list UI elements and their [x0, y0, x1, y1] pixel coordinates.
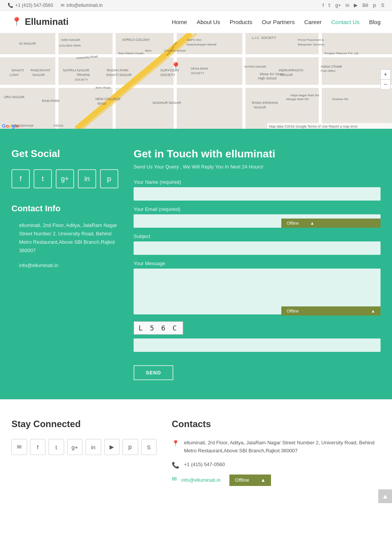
contact-form: Your Name (required) Your Email (require…	[134, 179, 381, 380]
svg-text:HARI NAGAR: HARI NAGAR	[61, 38, 80, 42]
footer-twitter-btn[interactable]: t	[48, 439, 64, 455]
svg-text:NATRAJ NAGAR: NATRAJ NAGAR	[63, 68, 89, 72]
twitter-top-link[interactable]: 𝕥	[328, 2, 331, 8]
svg-rect-20	[55, 33, 58, 129]
phone-footer-icon: 📞	[172, 462, 179, 469]
email-label: Your Email (required)	[134, 206, 381, 212]
subject-group: Subject	[134, 233, 381, 255]
message-group: Your Message Offline ▲	[134, 261, 381, 316]
pinterest-btn[interactable]: 𝕡	[100, 169, 118, 188]
twitter-btn[interactable]: t	[34, 169, 52, 188]
green-section: Get Social f t g+ in 𝕡 Contact Info ellu…	[0, 129, 392, 399]
nav-blog[interactable]: Blog	[369, 19, 381, 25]
captcha-display: L 5 6 C	[134, 321, 183, 335]
svg-text:Astron Chowk: Astron Chowk	[321, 65, 342, 68]
googleplus-btn[interactable]: g+	[56, 169, 74, 188]
svg-text:URU NAGAR: URU NAGAR	[4, 95, 25, 99]
captcha-group: L 5 6 C	[134, 321, 381, 360]
svg-rect-12	[0, 87, 46, 129]
stay-connected-title: Stay Connected	[11, 419, 156, 429]
message-input-wrapper: Offline ▲	[134, 269, 381, 316]
svg-text:NAGAR: NAGAR	[281, 73, 293, 77]
subject-input[interactable]	[134, 241, 381, 255]
svg-rect-24	[319, 33, 322, 129]
nav-partners[interactable]: Our Partners	[262, 19, 295, 25]
svg-text:Vidya Nagar Main Rd: Vidya Nagar Main Rd	[290, 94, 319, 97]
footer-pinterest-btn[interactable]: 𝕡	[123, 439, 138, 455]
message-label: Your Message	[134, 261, 381, 266]
svg-text:WADI: WADI	[97, 102, 106, 105]
envelope-icon: ✉	[61, 3, 65, 8]
footer-facebook-btn[interactable]: f	[30, 439, 46, 455]
svg-text:Swaminarayan Mandir: Swaminarayan Mandir	[186, 43, 217, 46]
send-button[interactable]: SEND	[134, 365, 173, 380]
logo[interactable]: 📍 Elluminati	[11, 16, 69, 27]
svg-text:DENA BANK: DENA BANK	[191, 67, 208, 70]
linkedin-top-link[interactable]: in	[345, 2, 349, 8]
chevron-up-icon-footer: ▲	[261, 476, 266, 484]
footer-address-item: 📍 elluminati, 2rd Floor, Aditya, JalaRam…	[172, 439, 381, 455]
facebook-btn[interactable]: f	[11, 169, 30, 188]
top-bar: 📞 +1 (415) 547-0560 ✉ info@elluminati.in…	[0, 0, 392, 11]
phone-info: 📞 +1 (415) 547-0560	[8, 3, 53, 8]
footer-phone-text: +1 (415) 547-0560	[184, 461, 225, 469]
top-email: info@elluminati.in	[66, 3, 103, 8]
nav-products[interactable]: Products	[230, 19, 252, 25]
svg-text:NUTAN NAGAR: NUTAN NAGAR	[244, 65, 266, 68]
offline-widget-footer[interactable]: Offline ▲	[229, 475, 271, 486]
behance-top-link[interactable]: Bē	[362, 2, 368, 8]
svg-text:SOCIETY: SOCIETY	[75, 78, 89, 81]
facebook-top-link[interactable]: f	[323, 2, 324, 8]
footer-social-icons: ✉ f t g+ in ▶ 𝕡 S	[11, 439, 156, 455]
footer-linkedin-btn[interactable]: in	[85, 439, 101, 455]
svg-text:Amin Road: Amin Road	[95, 86, 111, 89]
map-section: 📍 GI NAGAR HARI NAGAR GOLDEN PARK AFRICA…	[0, 33, 392, 129]
svg-text:PANCHAYAT: PANCHAYAT	[31, 68, 51, 72]
skype-top-link[interactable]: S	[381, 2, 384, 8]
svg-text:RAMA KRISHAN: RAMA KRISHAN	[252, 101, 278, 105]
svg-text:Manpower Services: Manpower Services	[298, 43, 324, 46]
logo-icon: 📍	[11, 17, 22, 27]
svg-text:INDRAPRASTH: INDRAPRASTH	[279, 68, 303, 72]
social-icons-row: f t g+ in 𝕡	[11, 169, 118, 188]
footer-googleplus-btn[interactable]: g+	[67, 439, 83, 455]
footer: Stay Connected ✉ f t g+ in ▶ 𝕡 S Contact…	[0, 399, 392, 503]
svg-text:Poojara Telecom Pvt. Ltd: Poojara Telecom Pvt. Ltd	[324, 52, 358, 55]
svg-text:Godown Rd: Godown Rd	[332, 97, 348, 101]
offline-label-message: Offline	[287, 309, 299, 313]
name-label: Your Name (required)	[134, 179, 381, 185]
svg-text:MADHUR NAGAR: MADHUR NAGAR	[153, 101, 181, 105]
back-to-top-button[interactable]: ▲	[378, 489, 392, 503]
footer-skype-btn[interactable]: S	[141, 439, 157, 455]
youtube-top-link[interactable]: ▶	[354, 2, 358, 8]
googleplus-top-link[interactable]: g+	[335, 2, 341, 8]
captcha-input[interactable]	[134, 338, 381, 352]
contact-address: elluminati, 2nd Floor, Aditya, JalaRam N…	[19, 221, 118, 255]
svg-text:Nirm: Nirm	[145, 49, 152, 52]
get-social-title: Get Social	[11, 148, 118, 160]
svg-text:−: −	[384, 81, 387, 87]
footer-email-btn[interactable]: ✉	[11, 439, 27, 455]
nav-home[interactable]: Home	[172, 19, 187, 25]
svg-text:Mangia Main Rd: Mangia Main Rd	[286, 97, 308, 101]
nav-about[interactable]: About Us	[197, 19, 220, 25]
map-svg: 📍 GI NAGAR HARI NAGAR GOLDEN PARK AFRICA…	[0, 33, 392, 129]
nav-career[interactable]: Career	[304, 19, 322, 25]
svg-rect-17	[328, 87, 392, 129]
offline-widget-message[interactable]: Offline ▲	[281, 306, 381, 316]
subject-label: Subject	[134, 233, 381, 239]
linkedin-btn[interactable]: in	[78, 169, 96, 188]
svg-text:GOLDEN PARK: GOLDEN PARK	[59, 44, 81, 47]
footer-youtube-btn[interactable]: ▶	[104, 439, 120, 455]
offline-widget-email[interactable]: Offline ▲	[281, 219, 381, 228]
offline-label-email: Offline	[287, 221, 299, 225]
nav-contact[interactable]: Contact Us	[331, 19, 360, 25]
chevron-up-icon-email: ▲	[310, 221, 315, 225]
form-title: Get in Touch with elluminati	[134, 148, 381, 160]
pinterest-top-link[interactable]: 𝕡	[373, 2, 376, 8]
footer-email-link[interactable]: info@elluminati.in	[181, 477, 221, 483]
right-column: Get in Touch with elluminati Send Us You…	[134, 148, 381, 380]
name-input[interactable]	[134, 187, 381, 201]
phone-icon: 📞	[8, 3, 13, 8]
svg-text:+: +	[384, 71, 387, 78]
